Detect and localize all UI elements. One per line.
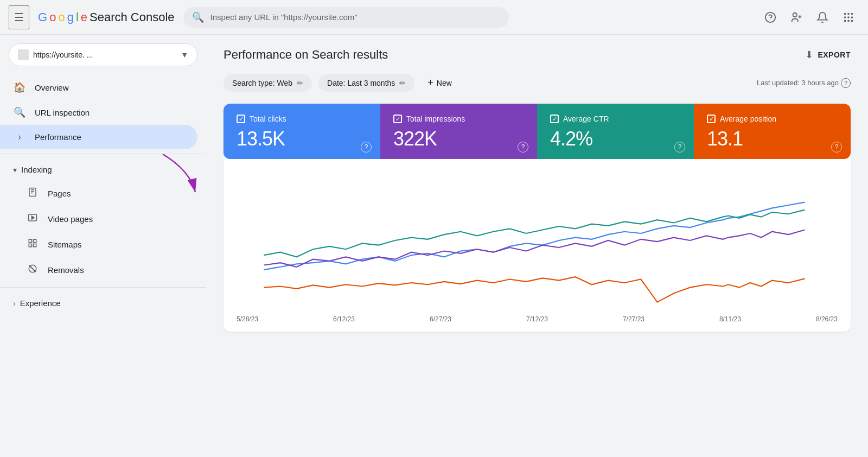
sidebar-item-removals[interactable]: Removals xyxy=(0,257,197,283)
url-search-bar[interactable]: 🔍 Inspect any URL in "https://yoursite.c… xyxy=(183,7,509,28)
download-icon: ⬇ xyxy=(805,49,813,61)
sidebar-item-performance-label: Performance xyxy=(35,132,81,142)
sidebar-item-pages-label: Pages xyxy=(48,189,71,198)
sidebar-item-sitemaps[interactable]: Sitemaps xyxy=(0,232,197,257)
sidebar-item-overview-label: Overview xyxy=(35,83,69,92)
sidebar-item-sitemaps-label: Sitemaps xyxy=(48,240,82,249)
help-icon[interactable] xyxy=(760,7,781,28)
metrics-chart-container: Total clicks 13.5K ? Total impressions 3… xyxy=(224,104,851,332)
indexing-label: Indexing xyxy=(21,165,52,174)
indexing-section-header[interactable]: ▾ Indexing xyxy=(0,158,206,181)
sitemaps-icon xyxy=(26,238,39,251)
metric-label-clicks: Total clicks xyxy=(250,115,286,123)
main-layout: https://yoursite. ... ▼ 🏠 Overview 🔍 URL… xyxy=(0,35,868,457)
plus-icon: + xyxy=(427,77,433,88)
x-label-2: 6/27/23 xyxy=(430,315,451,323)
search-type-label: Search type: Web xyxy=(232,79,292,87)
sidebar-item-overview[interactable]: 🏠 Overview xyxy=(0,75,197,100)
x-label-4: 7/27/23 xyxy=(623,315,644,323)
svg-point-9 xyxy=(844,20,846,22)
home-icon: 🏠 xyxy=(13,81,26,93)
svg-point-11 xyxy=(851,20,853,22)
x-label-3: 7/12/23 xyxy=(526,315,548,323)
sidebar: https://yoursite. ... ▼ 🏠 Overview 🔍 URL… xyxy=(0,35,206,457)
metric-label-position: Average position xyxy=(720,115,776,123)
sidebar-item-video-pages-label: Video pages xyxy=(48,214,93,224)
metric-total-impressions[interactable]: Total impressions 322K ? xyxy=(380,104,537,159)
sidebar-item-removals-label: Removals xyxy=(48,265,84,275)
edit-icon: ✏ xyxy=(297,79,303,87)
metric-value-impressions: 322K xyxy=(393,128,524,150)
apps-icon[interactable] xyxy=(838,7,859,28)
export-area: ⬇ EXPORT xyxy=(805,49,851,61)
experience-label: Experience xyxy=(20,299,61,308)
svg-point-3 xyxy=(844,12,846,15)
metric-help-clicks[interactable]: ? xyxy=(361,142,372,153)
date-filter[interactable]: Date: Last 3 months ✏ xyxy=(318,74,414,92)
x-label-5: 8/11/23 xyxy=(719,315,741,323)
metric-label-ctr: Average CTR xyxy=(563,115,609,123)
last-updated-text: Last updated: 3 hours ago xyxy=(757,79,839,87)
new-label: New xyxy=(437,79,452,87)
search-icon: 🔍 xyxy=(192,11,204,23)
sidebar-item-pages[interactable]: Pages xyxy=(0,181,197,206)
svg-rect-21 xyxy=(29,244,31,247)
metric-value-clicks: 13.5K xyxy=(237,128,367,150)
sidebar-item-video-pages[interactable]: Video pages xyxy=(0,206,197,232)
info-icon: ? xyxy=(841,78,851,88)
metric-help-impressions[interactable]: ? xyxy=(518,142,528,153)
chart-area: 5/28/23 6/12/23 6/27/23 7/12/23 7/27/23 … xyxy=(224,159,851,332)
sidebar-item-url-inspection[interactable]: 🔍 URL inspection xyxy=(0,100,197,125)
experience-section-header[interactable]: › Experience xyxy=(0,292,206,314)
svg-point-8 xyxy=(851,16,853,18)
metric-checkbox-ctr xyxy=(550,115,559,123)
performance-chart xyxy=(237,170,838,311)
search-icon: 🔍 xyxy=(13,106,26,118)
metric-total-clicks[interactable]: Total clicks 13.5K ? xyxy=(224,104,380,159)
svg-rect-19 xyxy=(29,239,31,242)
divider xyxy=(0,154,206,154)
main-content: Performance on Search results ⬇ EXPORT S… xyxy=(206,35,868,457)
svg-point-4 xyxy=(847,12,850,15)
metric-label-impressions: Total impressions xyxy=(406,115,465,123)
svg-point-2 xyxy=(793,12,797,16)
x-label-0: 5/28/23 xyxy=(237,315,258,323)
metric-help-ctr[interactable]: ? xyxy=(674,142,685,153)
export-button[interactable]: EXPORT xyxy=(818,50,851,59)
metric-checkbox-clicks xyxy=(237,115,245,123)
divider-2 xyxy=(0,287,206,288)
svg-marker-18 xyxy=(32,216,35,219)
chevron-right-icon: › xyxy=(13,131,26,143)
x-label-1: 6/12/23 xyxy=(333,315,355,323)
topbar-actions xyxy=(760,7,859,28)
new-filter-button[interactable]: + New xyxy=(421,73,458,93)
svg-rect-20 xyxy=(34,239,36,242)
metric-value-ctr: 4.2% xyxy=(550,128,681,150)
svg-line-24 xyxy=(29,265,36,272)
svg-point-7 xyxy=(847,16,850,18)
hamburger-button[interactable]: ☰ xyxy=(9,5,29,29)
page-header: Performance on Search results ⬇ EXPORT xyxy=(224,48,851,62)
video-icon xyxy=(26,213,39,225)
date-label: Date: Last 3 months xyxy=(327,79,395,87)
pages-icon xyxy=(26,187,39,200)
svg-point-6 xyxy=(844,16,846,18)
metric-average-ctr[interactable]: Average CTR 4.2% ? xyxy=(537,104,694,159)
metric-help-position[interactable]: ? xyxy=(831,142,842,153)
search-type-filter[interactable]: Search type: Web ✏ xyxy=(224,74,312,92)
svg-rect-22 xyxy=(34,244,36,247)
search-placeholder: Inspect any URL in "https://yoursite.com… xyxy=(210,12,358,22)
expand-icon: ▾ xyxy=(13,166,17,174)
chevron-down-icon: ▼ xyxy=(181,50,188,59)
site-selector[interactable]: https://yoursite. ... ▼ xyxy=(9,43,197,66)
manage-accounts-icon[interactable] xyxy=(786,7,807,28)
metric-average-position[interactable]: Average position 13.1 ? xyxy=(694,104,851,159)
metric-checkbox-impressions xyxy=(393,115,402,123)
notifications-icon[interactable] xyxy=(812,7,833,28)
site-name: https://yoursite. ... xyxy=(33,50,176,59)
site-favicon xyxy=(18,49,29,60)
metric-value-position: 13.1 xyxy=(707,128,838,150)
expand-icon-2: › xyxy=(13,299,16,308)
sidebar-item-performance[interactable]: › Performance xyxy=(0,125,197,149)
metric-checkbox-position xyxy=(707,115,716,123)
